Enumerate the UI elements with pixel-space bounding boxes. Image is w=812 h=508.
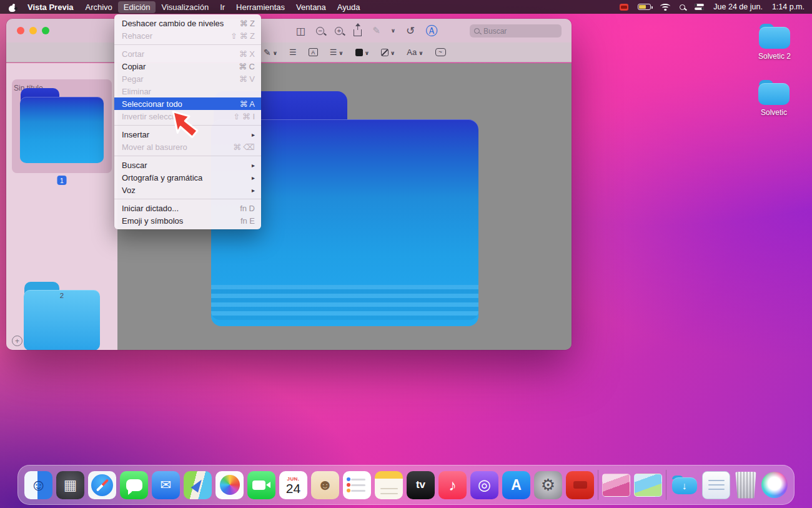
chevron-down-icon	[365, 47, 369, 57]
dock-launchpad-icon[interactable]: ▦	[56, 471, 84, 499]
menu-item-buscar[interactable]: Buscar ▸	[114, 159, 261, 171]
text-style-label: Aa	[407, 47, 417, 57]
menu-ir[interactable]: Ir	[214, 1, 230, 13]
window-toolbar: Ⓐ	[6, 19, 572, 42]
menu-ayuda[interactable]: Ayuda	[332, 1, 366, 13]
text-style-icon[interactable]: Aa	[407, 47, 423, 57]
menu-bar-status: Jue 24 de jun. 1:14 p.m.	[620, 2, 805, 11]
compass-icon	[91, 474, 113, 496]
dock-downloads-icon[interactable]: ↓	[670, 471, 698, 499]
battery-icon[interactable]	[638, 4, 651, 10]
apple-menu-icon[interactable]	[9, 4, 16, 12]
textbox-tool-icon[interactable]: A	[309, 48, 318, 56]
sidebar-view-icon[interactable]	[296, 25, 305, 37]
dock-trash-icon[interactable]	[734, 472, 758, 499]
fill-color-icon[interactable]	[381, 47, 395, 57]
menu-archivo[interactable]: Archivo	[79, 1, 117, 13]
chevron-down-icon[interactable]	[391, 27, 395, 34]
dock-app-store-icon[interactable]: A	[502, 471, 530, 499]
toolbar-icons: Ⓐ	[296, 19, 437, 42]
red-status-icon[interactable]	[620, 4, 628, 11]
dock-reminders-icon[interactable]	[343, 471, 371, 499]
tv-wordmark: tv	[416, 479, 425, 491]
menu-item-copiar[interactable]: Copiar ⌘ C	[114, 60, 261, 72]
traffic-lights	[17, 27, 49, 34]
menu-item-emoji-simbolos[interactable]: Emoji y símbolos fn E	[114, 214, 261, 227]
dock-podcasts-icon[interactable]: ◎	[470, 471, 498, 499]
sketch-tool-icon[interactable]	[264, 47, 277, 57]
submenu-arrow-icon: ▸	[252, 187, 255, 194]
menu-item-iniciar-dictado[interactable]: Iniciar dictado... fn D	[114, 202, 261, 214]
sign-tool-icon[interactable]: ~	[435, 48, 446, 56]
app-menu-title[interactable]: Vista Previa	[21, 1, 79, 13]
markup-toolbar: A Aa ~	[6, 42, 572, 62]
dock-separator	[598, 470, 598, 500]
dock-apple-tv-icon[interactable]: tv	[407, 471, 435, 499]
border-color-icon[interactable]	[355, 47, 369, 57]
dock-documents-stack-icon[interactable]	[702, 471, 730, 499]
menu-item-ortografia[interactable]: Ortografía y gramática ▸	[114, 171, 261, 184]
dock-minimized-preview-window[interactable]	[602, 474, 630, 497]
dock-maps-icon[interactable]	[184, 471, 212, 499]
minimize-button[interactable]	[29, 27, 37, 34]
add-page-button[interactable]: +	[12, 336, 22, 346]
chevron-down-icon	[273, 47, 277, 57]
border-color-swatch	[355, 49, 363, 56]
menu-separator	[114, 44, 261, 45]
desktop-icon-solvetic-2[interactable]: Solvetic 2	[753, 24, 796, 61]
navigation-arrow-icon	[191, 477, 205, 492]
search-icon	[474, 28, 480, 34]
chevron-down-icon	[390, 47, 395, 57]
zoom-button[interactable]	[42, 27, 49, 34]
menu-herramientas[interactable]: Herramientas	[230, 1, 290, 13]
menu-item-voz[interactable]: Voz ▸	[114, 184, 261, 196]
share-icon[interactable]	[354, 29, 362, 36]
dock-messages-icon[interactable]	[120, 471, 148, 499]
dock-red-utility-icon[interactable]	[566, 471, 594, 499]
desktop-icon-solvetic[interactable]: Solvetic	[752, 80, 796, 117]
menu-separator	[114, 156, 261, 156]
rotate-left-icon[interactable]	[406, 24, 415, 37]
wifi-icon[interactable]	[660, 4, 670, 11]
search-input[interactable]	[483, 27, 552, 36]
dock-music-icon[interactable]: ♪	[438, 471, 467, 499]
line-style-icon[interactable]	[330, 47, 344, 57]
dock-siri-icon[interactable]	[761, 472, 788, 498]
textbox-icon: A	[309, 48, 318, 56]
dock-contacts-icon[interactable]: ☻	[311, 471, 339, 499]
dock-finder-icon[interactable]: ☺	[24, 471, 52, 499]
zoom-out-icon[interactable]	[316, 27, 324, 35]
spotlight-icon[interactable]	[680, 4, 685, 10]
dock-notes-icon[interactable]	[375, 471, 403, 499]
menu-ventana[interactable]: Ventana	[290, 1, 332, 13]
menu-bar-date[interactable]: Jue 24 de jun.	[713, 2, 763, 11]
preview-window: Ⓐ A Aa ~ Sin título 1 2	[6, 19, 572, 350]
menu-bar-time[interactable]: 1:14 p.m.	[772, 2, 805, 11]
fill-color-swatch	[381, 49, 389, 56]
dock-minimized-finder-window[interactable]	[634, 474, 662, 497]
shapes-tool-icon[interactable]	[289, 47, 297, 57]
dock-safari-icon[interactable]	[88, 471, 116, 499]
dock-system-preferences-icon[interactable]: ⚙	[534, 471, 562, 499]
download-arrow-icon: ↓	[682, 481, 687, 492]
markup-a-icon[interactable]: Ⓐ	[425, 25, 437, 37]
menu-visualizacion[interactable]: Visualización	[156, 1, 214, 13]
search-field[interactable]	[470, 24, 562, 37]
zoom-in-icon[interactable]	[335, 27, 343, 35]
dock-mail-icon[interactable]: ✉	[152, 471, 180, 499]
dock-calendar-icon[interactable]: JUN. 24	[279, 471, 307, 499]
signature-icon: ~	[435, 48, 446, 56]
menu-item-deshacer[interactable]: Deshacer cambio de niveles ⌘ Z	[114, 17, 261, 29]
dock-facetime-icon[interactable]	[247, 471, 275, 499]
submenu-arrow-icon: ▸	[252, 162, 255, 169]
control-center-icon[interactable]	[695, 4, 704, 11]
menu-item-pegar: Pegar ⌘ V	[114, 72, 261, 85]
markup-pencil-icon	[372, 25, 380, 36]
menu-edicion[interactable]: Edición	[118, 1, 156, 13]
close-button[interactable]	[17, 27, 24, 34]
menu-separator	[114, 199, 261, 199]
submenu-arrow-icon: ▸	[252, 131, 255, 138]
desktop-icon-label: Solvetic	[752, 108, 796, 117]
dock-photos-icon[interactable]	[215, 471, 244, 499]
page-thumbnail-1[interactable]	[20, 88, 104, 163]
